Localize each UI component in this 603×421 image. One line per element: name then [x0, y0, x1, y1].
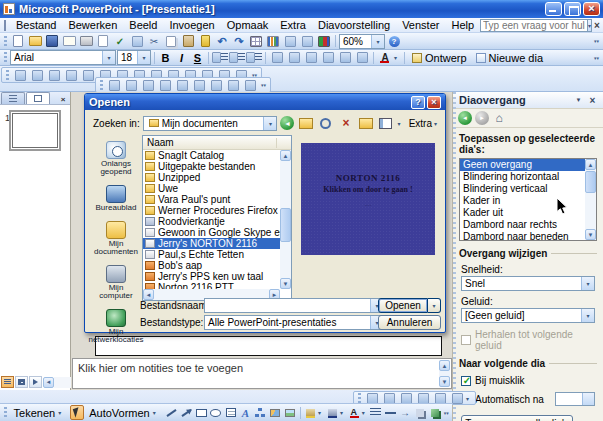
transition-kader-in[interactable]: Kader in — [460, 195, 596, 207]
format-painter-icon[interactable] — [197, 34, 213, 49]
picture-icon[interactable] — [283, 405, 297, 420]
chevron-down-icon[interactable] — [340, 409, 346, 416]
document-icon[interactable] — [4, 20, 6, 31]
font-color-icon[interactable] — [377, 50, 393, 65]
design-button[interactable]: Ontwerp — [408, 50, 471, 65]
help-icon[interactable] — [386, 34, 402, 49]
italic-button[interactable]: I — [174, 50, 189, 65]
up-one-level-icon[interactable] — [297, 115, 314, 131]
oval-icon[interactable] — [209, 405, 223, 420]
draw-menu-button[interactable]: Tekenen — [10, 405, 70, 420]
3d-style-icon[interactable] — [428, 405, 442, 420]
cut-icon[interactable] — [146, 34, 162, 49]
toolbar-grip[interactable] — [100, 80, 103, 91]
decrease-indent-icon[interactable] — [337, 50, 353, 65]
menu-extra[interactable]: Extra — [274, 18, 312, 32]
slide-canvas[interactable] — [95, 336, 442, 356]
insert-chart-icon[interactable] — [265, 34, 281, 49]
views-icon[interactable] — [377, 115, 394, 131]
wordart-icon[interactable] — [239, 405, 253, 420]
bullets-icon[interactable] — [286, 50, 302, 65]
insert-picture-icon[interactable] — [12, 68, 28, 83]
font-color-icon[interactable] — [347, 405, 361, 420]
increase-indent-icon[interactable] — [354, 50, 370, 65]
line-color-icon[interactable] — [325, 405, 339, 420]
auto-after-time-stepper[interactable] — [555, 392, 595, 406]
toolbar-options-icon[interactable] — [592, 50, 601, 65]
arrow-style-icon[interactable] — [398, 405, 412, 420]
mouse-click-checkbox[interactable] — [461, 376, 471, 386]
new-slide-button[interactable]: Nieuwe dia — [472, 50, 547, 65]
copy-icon[interactable] — [163, 34, 179, 49]
menu-opmaak[interactable]: Opmaak — [221, 18, 275, 32]
toolbar-grip[interactable] — [4, 407, 7, 418]
close-document-icon[interactable] — [594, 19, 600, 32]
tab-slides[interactable] — [26, 92, 50, 104]
toolbar-grip[interactable] — [358, 393, 361, 404]
close-panel-icon[interactable] — [57, 95, 69, 104]
regroup-icon[interactable] — [225, 78, 241, 93]
file-roodvierkantje[interactable]: Roodvierkantje — [143, 216, 291, 227]
transition-blindering-verticaal[interactable]: Blindering verticaal — [460, 183, 596, 195]
email-icon[interactable] — [61, 34, 77, 49]
notes-pane[interactable]: Klik hier om notities toe te voegen ▲ ▼ — [72, 358, 452, 389]
redo-icon[interactable] — [231, 34, 247, 49]
open-button[interactable]: Openen — [378, 298, 441, 313]
show-formatting-icon[interactable] — [299, 34, 315, 49]
help-input[interactable] — [480, 19, 588, 32]
fill-color-icon[interactable] — [303, 405, 317, 420]
toolbar-grip[interactable] — [4, 52, 7, 63]
toolbar-options-icon[interactable] — [442, 405, 450, 420]
select-objects-button[interactable] — [70, 405, 84, 420]
chevron-down-icon[interactable] — [394, 54, 401, 61]
place-mijn-computer[interactable]: Mijn computer — [92, 262, 140, 303]
task-pane-menu-icon[interactable] — [572, 94, 585, 106]
file-list-vscrollbar[interactable]: ▲ ▼ — [280, 150, 291, 289]
toolbar-grip[interactable] — [6, 70, 9, 81]
tab-outline[interactable] — [1, 92, 25, 104]
transition-dambord-naar-rechts[interactable]: Dambord naar rechts — [460, 219, 596, 231]
arrow-icon[interactable] — [180, 405, 194, 420]
look-in-select[interactable]: Mijn documenten — [143, 116, 278, 131]
task-pane-resize-handle[interactable] — [453, 92, 456, 421]
rotate-left-icon[interactable] — [123, 78, 139, 93]
close-icon[interactable] — [583, 2, 600, 16]
chevron-down-icon[interactable] — [137, 51, 150, 64]
scroll-up-icon[interactable]: ▲ — [439, 360, 450, 371]
normal-view-button[interactable] — [1, 376, 14, 388]
autoshapes-menu-button[interactable]: AutoVormen — [85, 405, 164, 420]
insert-table-icon[interactable] — [248, 34, 264, 49]
transition-list-scrollbar[interactable]: ▲ ▼ — [585, 159, 596, 240]
chevron-down-icon[interactable] — [581, 277, 594, 290]
restore-icon[interactable] — [564, 2, 581, 16]
nav-back-icon[interactable] — [458, 111, 472, 125]
chevron-down-icon[interactable] — [581, 309, 594, 322]
line-icon[interactable] — [165, 405, 179, 420]
open-split-chevron-icon[interactable] — [428, 298, 441, 313]
font-size-select[interactable]: 18 — [117, 50, 151, 65]
menu-invoegen[interactable]: Invoegen — [163, 18, 220, 32]
scroll-down-icon[interactable]: ▼ — [439, 376, 450, 387]
file-gewoon-in-google-skype-en[interactable]: Gewoon in Google Skype en ... — [143, 227, 291, 238]
print-icon[interactable] — [78, 34, 94, 49]
underline-button[interactable]: S — [190, 50, 205, 65]
open-icon[interactable] — [27, 34, 43, 49]
slideshow-view-button[interactable] — [29, 376, 42, 388]
nav-home-icon[interactable] — [492, 111, 506, 125]
file-jerry-s-pps-ken-uw-taal[interactable]: Jerry's PPS ken uw taal — [143, 271, 291, 282]
notes-placeholder[interactable]: Klik hier om notities toe te voegen — [78, 362, 243, 374]
help-dropdown-icon[interactable] — [588, 19, 592, 32]
minimize-icon[interactable] — [545, 2, 562, 16]
save-icon[interactable] — [44, 34, 60, 49]
chevron-down-icon[interactable] — [371, 35, 384, 48]
more-contrast-icon[interactable] — [46, 68, 62, 83]
scrollbar-thumb[interactable] — [585, 171, 596, 193]
flip-vertical-icon[interactable] — [174, 78, 190, 93]
undo-icon[interactable] — [214, 34, 230, 49]
transition-dambord-naar-beneden[interactable]: Dambord naar beneden — [460, 231, 596, 241]
new-icon[interactable] — [10, 34, 26, 49]
paste-icon[interactable] — [180, 34, 196, 49]
file-vara-paul-s-punt[interactable]: Vara Paul's punt — [143, 194, 291, 205]
tools-menu-button[interactable]: Extra — [407, 118, 439, 129]
file-uitgepakte-bestanden[interactable]: Uitgepakte bestanden — [143, 161, 291, 172]
